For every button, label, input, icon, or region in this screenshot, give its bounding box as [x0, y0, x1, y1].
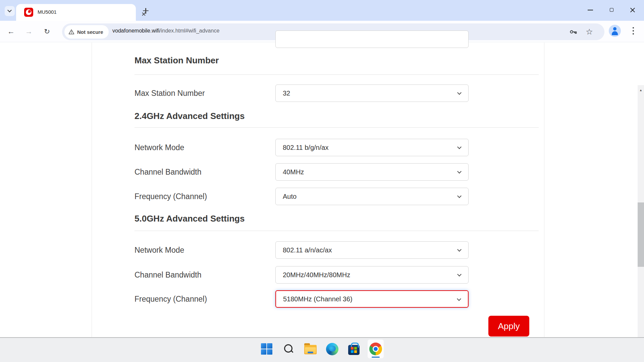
field-row-50-channel-bandwidth: Channel Bandwidth 20MHz/40MHz/80MHz: [135, 266, 539, 284]
divider: [135, 231, 539, 231]
channel-bandwidth-50-select[interactable]: 20MHz/40MHz/80MHz: [275, 266, 469, 284]
url-path: /index.html#wifi_advance: [160, 28, 220, 34]
minimize-icon: [588, 10, 593, 10]
chevron-down-icon: [457, 169, 462, 174]
edge-button[interactable]: [324, 340, 340, 358]
field-label: Channel Bandwidth: [135, 266, 201, 284]
chevron-down-icon: [457, 145, 462, 149]
password-manager-button[interactable]: [569, 27, 578, 37]
page-scrollbar[interactable]: ▲ ▼: [638, 85, 644, 362]
max-station-number-select[interactable]: 32: [275, 84, 469, 102]
start-button[interactable]: [259, 340, 275, 358]
file-explorer-button[interactable]: [302, 340, 318, 358]
restore-icon: [610, 8, 613, 12]
windows-start-icon: [261, 343, 272, 355]
search-icon: [283, 343, 294, 355]
partially-scrolled-select[interactable]: [275, 31, 469, 48]
tab-mu5001[interactable]: MU5001: [16, 4, 136, 21]
settings-content: Max Station Number Max Station Number 32…: [92, 43, 544, 337]
field-row-50-frequency: Frequency (Channel) 5180MHz (Channel 36): [135, 290, 539, 308]
field-row-24-channel-bandwidth: Channel Bandwidth 40MHz: [135, 163, 539, 181]
chrome-icon: [369, 343, 382, 355]
network-mode-50-select[interactable]: 802.11 a/n/ac/ax: [275, 241, 469, 259]
frequency-channel-50-select[interactable]: 5180MHz (Channel 36): [275, 290, 469, 308]
chevron-down-icon: [457, 90, 462, 95]
window-restore-button[interactable]: [602, 0, 622, 19]
chevron-down-icon: [457, 272, 462, 277]
tab-strip: MU5001: [0, 0, 644, 21]
field-label: Frequency (Channel): [135, 290, 207, 308]
chevron-down-icon: [457, 297, 461, 301]
field-label: Max Station Number: [135, 84, 205, 102]
microsoft-store-button[interactable]: [346, 340, 362, 358]
edge-icon: [326, 343, 338, 355]
back-button[interactable]: ←: [4, 25, 18, 38]
forward-icon: →: [25, 27, 33, 36]
taskbar-icons: [259, 340, 384, 358]
section-heading-24ghz: 2.4GHz Advanced Settings: [135, 111, 245, 121]
reload-button[interactable]: ↻: [40, 25, 54, 38]
store-icon: [348, 345, 360, 355]
security-label: Not secure: [77, 29, 103, 35]
section-heading-50ghz: 5.0GHz Advanced Settings: [135, 214, 245, 224]
url-text: vodafonemobile.wifi/index.html#wifi_adva…: [112, 28, 219, 34]
star-icon: ☆: [586, 27, 593, 37]
chevron-down-icon: [7, 8, 12, 12]
apply-button[interactable]: Apply: [488, 316, 529, 337]
forward-button[interactable]: →: [22, 25, 36, 38]
new-tab-button[interactable]: [142, 7, 150, 14]
field-label: Channel Bandwidth: [135, 163, 201, 181]
browser-menu-button[interactable]: [631, 26, 636, 35]
window-minimize-button[interactable]: [580, 0, 600, 19]
section-heading-max-station: Max Station Number: [135, 55, 219, 66]
divider: [135, 127, 539, 128]
divider: [135, 74, 539, 75]
reload-icon: ↻: [44, 27, 50, 36]
warning-triangle-icon: [68, 29, 74, 35]
field-label: Network Mode: [135, 139, 184, 156]
window-close-button[interactable]: [623, 0, 643, 19]
back-icon: ←: [7, 27, 15, 36]
taskbar-search-button[interactable]: [280, 340, 297, 358]
tab-title: MU5001: [38, 9, 57, 15]
url-host: vodafonemobile.wifi: [112, 28, 160, 34]
profile-avatar[interactable]: [609, 25, 621, 37]
site-security-chip[interactable]: Not secure: [64, 25, 109, 39]
field-label: Frequency (Channel): [135, 188, 207, 205]
chevron-down-icon: [457, 194, 462, 198]
key-icon: [569, 27, 578, 36]
field-label: Network Mode: [135, 241, 184, 259]
page-viewport: Max Station Number Max Station Number 32…: [0, 43, 644, 337]
scroll-up-arrow-icon[interactable]: ▲: [638, 87, 644, 93]
folder-icon: [304, 345, 317, 354]
screen: MU5001 ← → ↻ Not secure vodafo: [0, 0, 644, 362]
taskbar: ENG 10:00 21/02/2025: [0, 337, 644, 362]
close-icon: [630, 7, 636, 13]
frequency-channel-24-select[interactable]: Auto: [275, 188, 469, 205]
vodafone-favicon-icon: [24, 8, 33, 17]
bookmark-button[interactable]: ☆: [585, 27, 594, 37]
field-row-50-network-mode: Network Mode 802.11 a/n/ac/ax: [135, 241, 539, 259]
field-row-24-frequency: Frequency (Channel) Auto: [135, 188, 539, 205]
tab-search-button[interactable]: [5, 6, 15, 16]
chrome-button[interactable]: [368, 340, 384, 358]
field-row-max-station: Max Station Number 32: [135, 84, 539, 102]
network-mode-24-select[interactable]: 802.11 b/g/n/ax: [275, 139, 469, 156]
chevron-down-icon: [457, 247, 462, 252]
scrollbar-thumb[interactable]: [638, 202, 644, 267]
field-row-24-network-mode: Network Mode 802.11 b/g/n/ax: [135, 139, 539, 156]
channel-bandwidth-24-select[interactable]: 40MHz: [275, 163, 469, 181]
